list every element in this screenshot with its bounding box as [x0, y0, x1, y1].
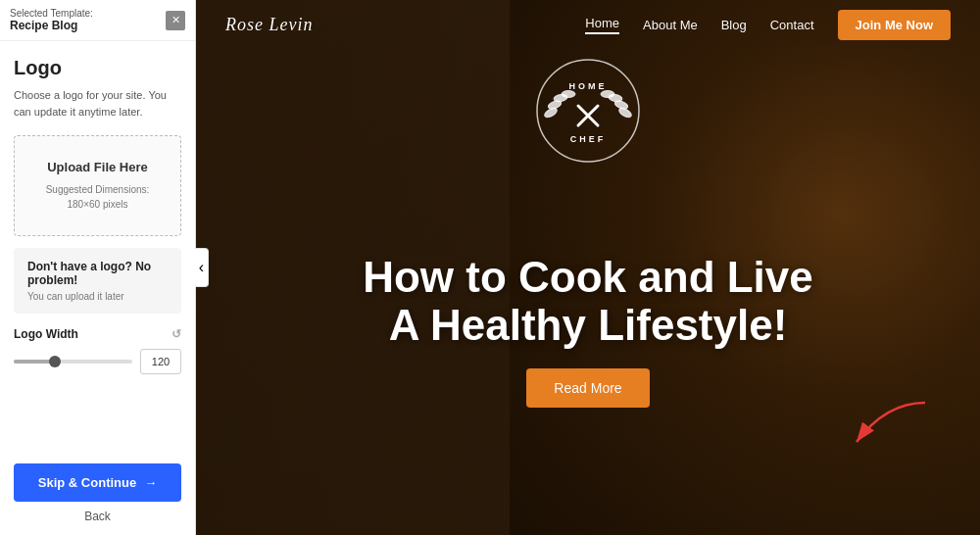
selected-template-info: Selected Template: Recipe Blog: [10, 8, 93, 32]
slider-thumb[interactable]: [49, 356, 61, 367]
arrow-right-icon: →: [144, 475, 157, 490]
join-button[interactable]: Join Me Now: [838, 10, 951, 40]
hero-headline: How to Cook and Live A Healthy Lifestyle…: [294, 254, 882, 349]
hero-line-1: How to Cook and Live: [294, 254, 882, 301]
upload-dimensions: Suggested Dimensions: 180×60 pixels: [30, 182, 165, 212]
nav-link-blog[interactable]: Blog: [721, 18, 747, 32]
nav-bar: Rose Levin Home About Me Blog Contact Jo…: [196, 0, 980, 49]
preview-area: Rose Levin Home About Me Blog Contact Jo…: [196, 0, 980, 535]
read-more-button[interactable]: Read More: [526, 368, 649, 408]
back-link[interactable]: Back: [14, 510, 181, 523]
selected-template-label: Selected Template:: [10, 8, 93, 19]
skip-continue-label: Skip & Continue: [38, 475, 136, 490]
slider-value-box[interactable]: 120: [140, 349, 181, 374]
no-logo-subtitle: You can upload it later: [27, 291, 168, 302]
chevron-left-icon: ‹: [199, 259, 204, 276]
svg-text:HOME: HOME: [569, 81, 608, 91]
logo-width-slider-row: 120: [14, 349, 181, 374]
badge-svg: HOME CHEF: [529, 52, 647, 170]
upload-area[interactable]: Upload File Here Suggested Dimensions: 1…: [14, 135, 181, 236]
nav-logo: Rose Levin: [225, 15, 313, 35]
close-button[interactable]: ✕: [166, 11, 185, 30]
nav-link-contact[interactable]: Contact: [770, 18, 814, 32]
panel-bottom: Skip & Continue → Back: [0, 454, 195, 535]
badge-wrapper: HOME CHEF: [529, 52, 647, 173]
logo-width-label-text: Logo Width: [14, 327, 78, 341]
center-badge: HOME CHEF: [534, 59, 642, 167]
logo-description: Choose a logo for your site. You can upd…: [14, 87, 181, 120]
hero-line-2: A Healthy Lifestyle!: [294, 302, 882, 349]
red-arrow-indicator: [837, 398, 935, 461]
slider-track[interactable]: [14, 360, 132, 364]
nav-links: Home About Me Blog Contact Join Me Now: [585, 10, 951, 40]
svg-point-4: [562, 91, 575, 98]
no-logo-title: Don't have a logo? No problem!: [27, 260, 168, 287]
svg-point-8: [601, 91, 614, 98]
refresh-icon[interactable]: ↺: [172, 327, 181, 341]
close-icon: ✕: [172, 14, 180, 26]
arrow-svg: [837, 398, 935, 457]
no-logo-box: Don't have a logo? No problem! You can u…: [14, 248, 181, 314]
panel-toggle-button[interactable]: ‹: [195, 248, 209, 287]
svg-text:CHEF: CHEF: [570, 134, 607, 144]
template-name: Recipe Blog: [10, 19, 93, 32]
logo-width-section: Logo Width ↺: [14, 327, 181, 341]
hero-text: How to Cook and Live A Healthy Lifestyle…: [196, 254, 980, 408]
nav-link-about[interactable]: About Me: [643, 18, 698, 32]
upload-area-title: Upload File Here: [30, 160, 165, 174]
skip-continue-button[interactable]: Skip & Continue →: [14, 463, 181, 502]
selected-template-bar: Selected Template: Recipe Blog ✕: [0, 0, 195, 41]
panel-content: Logo Choose a logo for your site. You ca…: [0, 41, 195, 454]
nav-link-home[interactable]: Home: [585, 16, 619, 34]
left-panel: Selected Template: Recipe Blog ✕ Logo Ch…: [0, 0, 196, 535]
logo-section-title: Logo: [14, 57, 181, 79]
